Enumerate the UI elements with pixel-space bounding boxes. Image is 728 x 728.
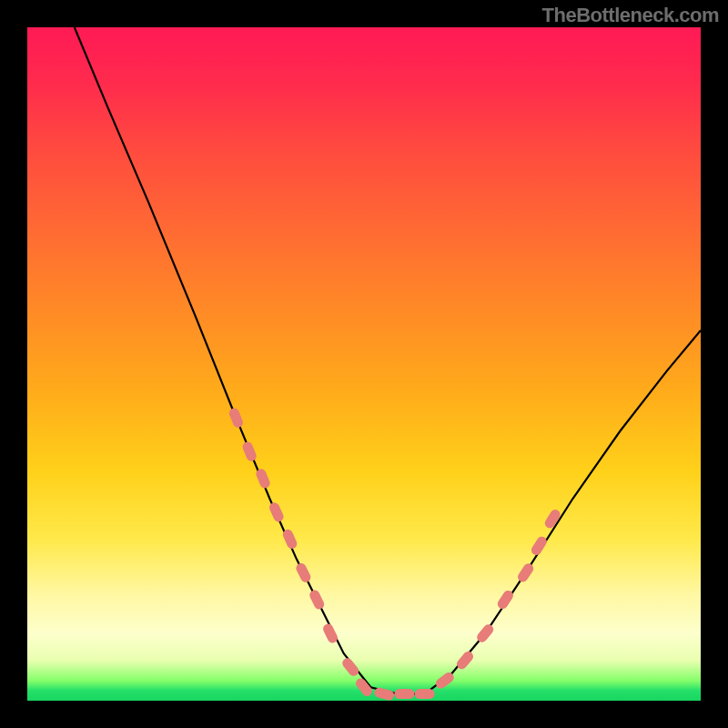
marker-pill [268,501,285,524]
marker-dots [228,407,562,701]
marker-pill [516,561,535,583]
marker-pill [373,687,395,701]
watermark-text: TheBottleneck.com [542,4,719,27]
marker-pill [228,407,244,430]
plot-area [27,27,701,701]
chart-svg [27,27,701,701]
marker-pill [530,535,549,557]
marker-pill [394,689,414,699]
marker-pill [241,440,258,463]
bottleneck-curve [75,27,701,694]
marker-pill [415,689,435,699]
marker-pill [340,656,360,678]
outer-frame: TheBottleneck.com [0,0,728,728]
marker-pill [295,561,313,584]
marker-pill [455,650,476,672]
marker-pill [308,589,326,612]
